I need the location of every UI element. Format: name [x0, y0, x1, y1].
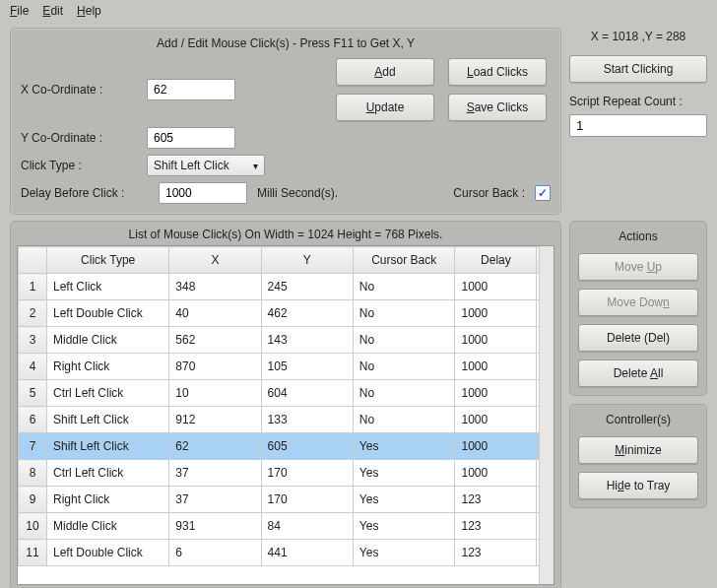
cursor-coords: X = 1018 ,Y = 288: [569, 30, 707, 43]
menu-help[interactable]: Help: [77, 4, 101, 18]
cursor-back-checkbox[interactable]: ✓: [535, 185, 551, 201]
table-row[interactable]: 10Middle Click93184Yes123: [19, 513, 554, 540]
add-button[interactable]: Add: [336, 58, 434, 86]
table-row[interactable]: 3Middle Click562143No1000: [19, 327, 554, 354]
table-header-row: Click Type X Y Cursor Back Delay: [19, 247, 554, 274]
move-down-button[interactable]: Move Down: [578, 289, 698, 316]
x-coord-label: X Co-Ordinate :: [21, 83, 139, 97]
delete-all-button[interactable]: Delete All: [578, 359, 698, 387]
save-clicks-button[interactable]: Save Clicks: [448, 94, 547, 121]
menu-file[interactable]: File: [10, 4, 29, 18]
table-scrollbar[interactable]: [539, 246, 554, 584]
x-coord-input[interactable]: [147, 79, 235, 100]
repeat-count-input[interactable]: [569, 114, 707, 137]
delete-button[interactable]: Delete (Del): [578, 324, 698, 352]
actions-group: Actions Move Up Move Down Delete (Del) D…: [569, 221, 707, 396]
chevron-down-icon: ▾: [253, 161, 258, 171]
table-row[interactable]: 11Left Double Click6441Yes123: [19, 540, 554, 566]
table-title: List of Mouse Click(s) On Width = 1024 H…: [17, 228, 554, 241]
delay-unit: Milli Second(s).: [257, 186, 338, 200]
cursor-back-label: Cursor Back :: [453, 186, 525, 200]
table-row[interactable]: 9Right Click37170Yes123: [19, 487, 554, 513]
table-row[interactable]: 1Left Click348245No1000: [19, 274, 554, 300]
hide-to-tray-button[interactable]: Hide to Tray: [578, 472, 698, 499]
y-coord-label: Y Co-Ordinate :: [21, 131, 139, 145]
add-edit-title: Add / Edit Mouse Click(s) - Press F11 to…: [21, 36, 551, 50]
table-row[interactable]: 4Right Click870105No1000: [19, 354, 554, 380]
start-clicking-button[interactable]: Start Clicking: [569, 55, 707, 83]
minimize-button[interactable]: Minimize: [578, 436, 698, 464]
menubar: File Edit Help: [0, 0, 717, 22]
table-row[interactable]: 2Left Double Click40462No1000: [19, 300, 554, 327]
table-panel: List of Mouse Click(s) On Width = 1024 H…: [10, 221, 561, 588]
click-table[interactable]: Click Type X Y Cursor Back Delay 1Left C…: [17, 245, 554, 585]
load-clicks-button[interactable]: Load Clicks: [448, 58, 547, 86]
actions-title: Actions: [578, 229, 698, 243]
repeat-count-label: Script Repeat Count :: [569, 95, 707, 108]
table-row[interactable]: 5Ctrl Left Click10604No1000: [19, 380, 554, 407]
controllers-title: Controller(s): [578, 413, 698, 426]
col-y[interactable]: Y: [261, 247, 353, 274]
controllers-group: Controller(s) Minimize Hide to Tray: [569, 404, 707, 508]
col-click-type[interactable]: Click Type: [47, 247, 169, 274]
table-row[interactable]: 8Ctrl Left Click37170Yes1000: [19, 460, 554, 487]
delay-input[interactable]: [159, 182, 247, 204]
click-type-label: Click Type :: [21, 159, 139, 172]
col-cursor-back[interactable]: Cursor Back: [353, 247, 455, 274]
add-edit-panel: Add / Edit Mouse Click(s) - Press F11 to…: [10, 28, 561, 215]
update-button[interactable]: Update: [336, 94, 434, 121]
move-up-button[interactable]: Move Up: [578, 253, 698, 281]
table-row[interactable]: 6Shift Left Click912133No1000: [19, 407, 554, 433]
col-x[interactable]: X: [169, 247, 261, 274]
delay-label: Delay Before Click :: [21, 186, 149, 200]
menu-edit[interactable]: Edit: [42, 4, 63, 18]
y-coord-input[interactable]: [147, 127, 235, 149]
table-row[interactable]: 7Shift Left Click62605Yes1000: [19, 433, 554, 460]
click-type-combo[interactable]: Shift Left Click ▾: [147, 155, 265, 176]
col-delay[interactable]: Delay: [455, 247, 537, 274]
